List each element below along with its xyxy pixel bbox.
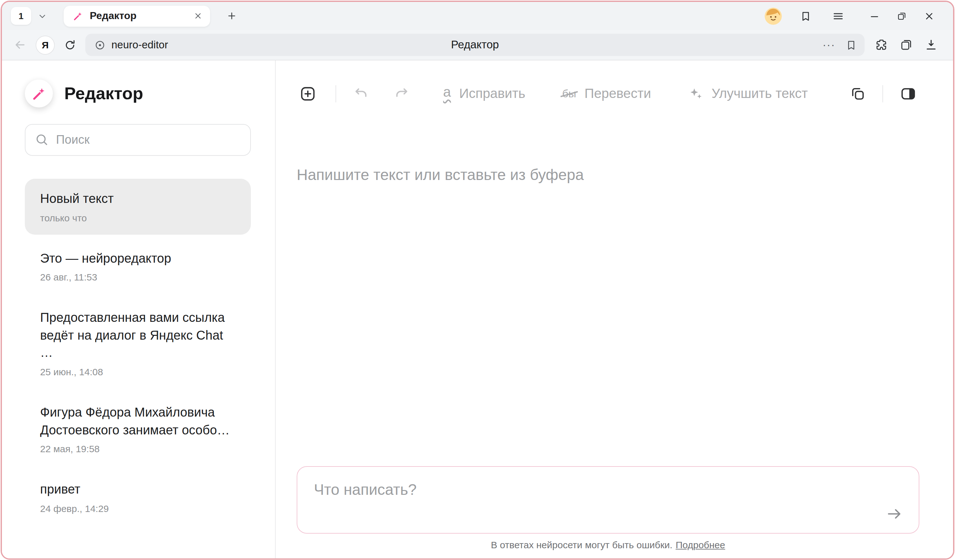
browser-tab-active[interactable]: Редактор [64,5,210,27]
editor-toolbar: а Исправить бы Перевести Улучшить текст [297,61,919,126]
doc-time: только что [40,212,236,223]
search-field [25,124,251,156]
content: Редактор Новый текст только что Это — не… [2,61,953,558]
tab-favicon-pen-icon [73,11,83,21]
toggle-side-panel-icon[interactable] [897,83,919,105]
doc-title: Фигура Фёдора Михайловича Достоевского з… [40,404,236,439]
maximize-button[interactable] [888,7,916,25]
doc-item[interactable]: Это — нейроредактор 26 авг., 11:53 [25,238,251,294]
url-actions: ··· [820,38,858,52]
address-row: Я neuro-editor Редактор ··· [2,30,953,60]
improve-text-button[interactable]: Улучшить текст [688,86,808,101]
address-bar[interactable]: neuro-editor Редактор ··· [85,34,864,56]
close-window-icon[interactable] [916,7,943,25]
more-actions-icon[interactable]: ··· [820,38,838,51]
tab-close-icon[interactable] [192,10,204,22]
browser-window: 1 Редактор [1,1,954,559]
sidebar-bookmarks-icon[interactable] [797,7,814,25]
doc-title: Это — нейроредактор [40,250,236,267]
doc-item[interactable]: Фигура Фёдора Михайловича Достоевского з… [25,392,251,466]
chevron-down-icon[interactable] [36,10,49,22]
fix-text-button[interactable]: а Исправить [443,85,525,102]
reload-icon[interactable] [60,35,80,55]
doc-time: 25 июн., 14:08 [40,367,236,377]
screen: 1 Редактор [0,0,955,560]
disclaimer-text: В ответах нейросети могут быть ошибки. [491,539,672,550]
sidebar: Редактор Новый текст только что Это — не… [2,61,276,558]
app-logo-row: Редактор [25,80,251,108]
minimize-button[interactable] [861,7,888,25]
translate-label: Перевести [584,86,651,101]
fix-text-label: Исправить [459,86,526,101]
send-arrow-icon[interactable] [883,502,906,525]
doc-item[interactable]: привет 24 февр., 14:29 [25,470,251,525]
new-tab-button[interactable] [224,8,240,23]
browser-chrome: 1 Редактор [2,2,953,61]
tab-strip: 1 Редактор [2,2,953,30]
window-controls [861,7,943,25]
redo-icon[interactable] [391,83,413,104]
url-left-group: neuro-editor [85,39,168,51]
editor-pane: а Исправить бы Перевести Улучшить текст [276,61,953,558]
fix-text-icon: а [443,85,451,102]
translate-icon: бы [562,88,576,99]
prompt-box [297,466,919,533]
toolbar-divider [882,85,883,102]
bookmark-flag-icon[interactable] [844,38,858,52]
menu-hamburger-icon[interactable] [830,7,847,25]
translate-button[interactable]: бы Перевести [562,86,651,101]
site-favicon-icon [94,39,106,51]
doc-item-new-text[interactable]: Новый текст только что [25,179,251,234]
page-title: Редактор [85,38,864,51]
doc-time: 22 мая, 19:58 [40,443,236,454]
new-document-icon[interactable] [297,83,319,105]
sparkles-icon [688,86,703,101]
doc-title: Предоставленная вами ссылка ведёт на диа… [40,309,236,362]
doc-item[interactable]: Предоставленная вами ссылка ведёт на диа… [25,298,251,388]
improve-text-label: Улучшить текст [711,86,808,101]
tab-title: Редактор [90,10,186,22]
profile-avatar[interactable] [765,7,782,25]
app-logo-wand-icon [25,80,53,108]
extensions-puzzle-icon[interactable] [871,34,892,55]
document-list: Новый текст только что Это — нейроредакт… [25,179,251,525]
collections-icon[interactable] [896,34,917,55]
doc-title: привет [40,481,236,498]
url-text: neuro-editor [111,39,168,51]
undo-icon[interactable] [350,83,372,104]
toolbar-divider [335,85,336,102]
doc-time: 26 авг., 11:53 [40,271,236,282]
app-title: Редактор [64,84,143,103]
tab-count-button[interactable]: 1 [11,7,31,25]
copy-icon[interactable] [847,83,869,104]
downloads-icon[interactable] [921,34,942,55]
doc-title: Новый текст [40,190,236,207]
yandex-home-icon[interactable]: Я [36,35,55,55]
prompt-input[interactable] [297,466,919,533]
disclaimer-link[interactable]: Подробнее [675,539,725,550]
doc-time: 24 февр., 14:29 [40,503,236,514]
editor-placeholder: Напишите текст или вставьте из буфера [297,166,919,184]
back-icon[interactable] [9,34,31,55]
search-input[interactable] [25,124,251,156]
ai-disclaimer: В ответах нейросети могут быть ошибки.По… [297,539,919,550]
editor-canvas[interactable]: Напишите текст или вставьте из буфера [297,126,919,466]
